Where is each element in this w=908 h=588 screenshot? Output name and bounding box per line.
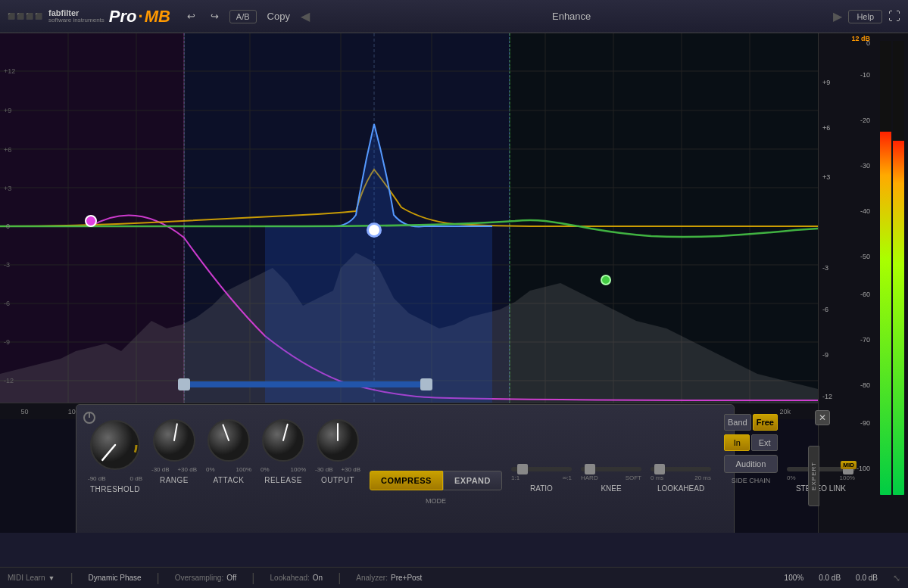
lookahead-status-label: Lookahead: (270, 574, 310, 582)
handle-blue[interactable] (367, 222, 382, 238)
knee-group: HARD SOFT KNEE (581, 467, 641, 493)
logo-subtitle: software instruments (48, 17, 105, 23)
left-db-9: +9 (822, 79, 830, 86)
attack-knob[interactable] (206, 418, 251, 463)
ratio-min: 1:1 (511, 474, 520, 481)
threshold-max: 0 dB (130, 475, 142, 482)
resize-handle[interactable]: ⤡ (893, 573, 900, 583)
copy-button[interactable]: Copy (263, 9, 295, 23)
threshold-range: -90 dB 0 dB (88, 475, 142, 482)
sidechain-section: ▼ Band Free In Ext Audition SIDE CHAIN (724, 414, 778, 484)
db-right-label-40: -40 (860, 207, 870, 215)
svg-text:+9: +9 (4, 107, 11, 114)
expert-tab[interactable]: EXPERT (808, 446, 819, 506)
output-max: +30 dB (341, 466, 360, 473)
threshold-min: -90 dB (88, 475, 106, 482)
ratio-thumb[interactable] (517, 464, 528, 474)
knee-track[interactable] (581, 467, 641, 471)
lookahead-thumb[interactable] (654, 464, 665, 474)
eq-curves-svg: +12 +9 +6 +3 0 -3 -6 -9 -12 (0, 33, 818, 419)
knee-label: KNEE (601, 484, 621, 493)
ab-button[interactable]: A/B (229, 10, 257, 23)
left-db-3: +3 (822, 173, 830, 181)
db-right-label-30: -30 (860, 162, 870, 170)
svg-text:+3: +3 (4, 185, 11, 192)
level2-value: 0.0 dB (856, 574, 878, 582)
release-knob[interactable] (261, 418, 306, 463)
handle-pink[interactable] (85, 215, 97, 227)
output-label: OUTPUT (321, 476, 354, 484)
band-free-row: Band Free (724, 414, 778, 431)
db-right-label-70: -70 (860, 336, 870, 344)
lookahead-status-value[interactable]: On (313, 574, 323, 582)
sidechain-label: SIDE CHAIN (724, 477, 778, 484)
release-range: 0% 100% (261, 466, 306, 473)
db-scale: 12 dB 0 -10 -20 -30 -40 -50 -60 -70 -80 … (818, 33, 908, 533)
logo-pro: Pro (109, 7, 137, 26)
release-label: RELEASE (264, 476, 302, 484)
svg-text:+6: +6 (4, 146, 11, 154)
lookahead-slider-group: 0 ms 20 ms LOOKAHEAD (651, 467, 711, 493)
main-display: +12 +9 +6 +3 0 -3 -6 -9 -12 50 100 200 5… (0, 33, 908, 533)
compress-button[interactable]: COMPRESS (370, 471, 443, 490)
status-bar: MIDI Learn ▼ | Dynamic Phase | Oversampl… (0, 567, 908, 588)
lookahead-max: 20 ms (694, 474, 711, 481)
output-range: -30 dB +30 dB (315, 466, 360, 473)
analyzer-value[interactable]: Pre+Post (391, 574, 422, 582)
stereolink-max: 100% (839, 474, 854, 481)
ext-button[interactable]: Ext (751, 434, 777, 451)
range-label: RANGE (160, 476, 189, 484)
freq-tick-50: 50 (20, 408, 28, 415)
db-right-label-50: -50 (860, 253, 870, 260)
db-right-label-60: -60 (860, 291, 870, 298)
close-panel-button[interactable]: ✕ (815, 410, 830, 425)
attack-max: 100% (236, 466, 251, 473)
audition-button[interactable]: Audition (724, 455, 778, 473)
range-bar[interactable] (184, 381, 426, 387)
stereolink-track[interactable]: MID (787, 467, 855, 471)
freq-display[interactable]: +12 +9 +6 +3 0 -3 -6 -9 -12 (0, 33, 818, 419)
stereolink-min: 0% (787, 474, 796, 481)
db-right-label-80: -80 (860, 381, 870, 389)
power-button-area[interactable] (83, 411, 96, 428)
output-knob[interactable] (315, 418, 360, 463)
db-right-label-20: -20 (860, 117, 870, 124)
fullscreen-button[interactable]: ⛶ (888, 10, 900, 23)
mid-badge: MID (841, 461, 857, 469)
release-min: 0% (261, 466, 270, 473)
in-button[interactable]: In (724, 434, 750, 451)
oversampling-value[interactable]: Off (226, 574, 236, 582)
logo-mb: MB (145, 7, 170, 26)
ratio-label: RATIO (530, 484, 553, 493)
mode-section: COMPRESS EXPAND MODE (370, 471, 502, 505)
power-icon (83, 411, 96, 425)
freq-tick-20k: 20k (780, 408, 791, 415)
expand-button[interactable]: EXPAND (443, 471, 502, 490)
midi-dropdown[interactable]: ▼ (48, 574, 55, 582)
ratio-track[interactable] (511, 467, 572, 471)
undo-button[interactable]: ↩ (183, 9, 200, 23)
svg-text:-12: -12 (4, 377, 14, 384)
lookahead-track[interactable] (651, 467, 711, 471)
threshold-group: -90 dB 0 dB THRESHOLD (88, 418, 142, 493)
free-button[interactable]: Free (753, 414, 778, 431)
redo-button[interactable]: ↪ (206, 9, 223, 23)
zoom-value[interactable]: 100% (785, 574, 804, 582)
handle-green[interactable] (601, 275, 611, 285)
range-knob[interactable] (151, 418, 197, 463)
svg-text:-3: -3 (4, 261, 10, 269)
vu-fill-left (880, 132, 891, 495)
help-button[interactable]: Help (848, 10, 882, 23)
db-right-label-90: -90 (860, 419, 870, 427)
band-button[interactable]: Band (724, 414, 751, 431)
left-db-n6: -6 (822, 306, 828, 313)
knee-max: SOFT (626, 474, 641, 481)
left-db-n9: -9 (822, 351, 828, 359)
mode-label: MODE (426, 497, 446, 505)
attack-min: 0% (206, 466, 215, 473)
oversampling-item: Oversampling: Off (175, 574, 237, 582)
vu-fill-right (893, 141, 904, 495)
svg-text:-9: -9 (4, 338, 10, 346)
lookahead-slider-label: LOOKAHEAD (657, 484, 704, 493)
knee-thumb[interactable] (585, 464, 595, 474)
